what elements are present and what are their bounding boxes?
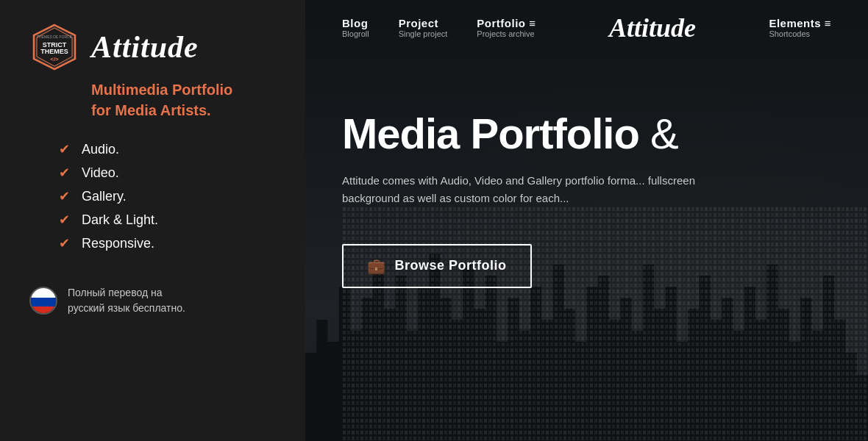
feature-label: Gallery.: [82, 189, 127, 204]
feature-label: Audio.: [82, 142, 119, 157]
browse-portfolio-label: Browse Portfolio: [395, 258, 507, 273]
russian-flag: [29, 287, 57, 315]
feature-responsive: ✔ Responsive.: [59, 235, 276, 251]
check-icon: ✔: [59, 165, 70, 181]
nav-blog-label[interactable]: Blog: [342, 17, 369, 29]
nav-blog-sub: Blogroll: [342, 29, 369, 38]
main-description: Attitude comes with Audio, Video and Gal…: [342, 172, 710, 207]
left-panel: THEMES DE FORCE STRICT THEMES </> Attitu…: [0, 0, 305, 441]
svg-text:THEMES DE FORCE: THEMES DE FORCE: [37, 35, 73, 39]
feature-label: Video.: [82, 165, 119, 181]
main-heading: Media Portfolio &: [342, 110, 846, 157]
russian-section: Полный перевод нарусский язык бесплатно.: [29, 285, 276, 316]
nav-project-sub: Single project: [399, 29, 448, 38]
russian-text: Полный перевод нарусский язык бесплатно.: [68, 285, 185, 316]
svg-rect-8: [31, 306, 57, 315]
feature-video: ✔ Video.: [59, 165, 276, 181]
features-list: ✔ Audio. ✔ Video. ✔ Gallery. ✔ Dark & Li…: [59, 141, 276, 259]
logo-area: THEMES DE FORCE STRICT THEMES </> Attitu…: [29, 22, 276, 72]
feature-label: Dark & Light.: [82, 212, 158, 228]
feature-audio: ✔ Audio.: [59, 141, 276, 157]
svg-text:</>: </>: [50, 56, 59, 62]
heading-text: Media Portfolio: [342, 110, 639, 157]
right-panel: Blog Blogroll Project Single project Por…: [305, 0, 868, 441]
check-icon: ✔: [59, 188, 70, 204]
check-icon: ✔: [59, 235, 70, 251]
svg-text:THEMES: THEMES: [40, 48, 68, 55]
top-navigation: Blog Blogroll Project Single project Por…: [305, 0, 868, 55]
nav-blog[interactable]: Blog Blogroll: [342, 17, 369, 38]
nav-elements-sub: Shortcodes: [769, 29, 831, 38]
briefcase-icon: 💼: [367, 257, 386, 275]
nav-elements[interactable]: Elements ≡ Shortcodes: [769, 17, 831, 38]
nav-items-left: Blog Blogroll Project Single project Por…: [342, 17, 536, 38]
nav-project[interactable]: Project Single project: [399, 17, 448, 38]
nav-elements-label[interactable]: Elements ≡: [769, 17, 831, 29]
feature-gallery: ✔ Gallery.: [59, 188, 276, 204]
ampersand: &: [650, 110, 678, 157]
right-logo[interactable]: Attitude: [609, 12, 696, 43]
svg-rect-7: [31, 298, 57, 306]
nav-logo-center: Attitude: [536, 12, 769, 43]
feature-dark-light: ✔ Dark & Light.: [59, 212, 276, 228]
nav-portfolio[interactable]: Portfolio ≡ Projects archive: [477, 17, 536, 38]
check-icon: ✔: [59, 212, 70, 228]
left-logo: Attitude: [91, 29, 199, 65]
nav-items-right: Elements ≡ Shortcodes: [769, 17, 831, 38]
nav-portfolio-label[interactable]: Portfolio ≡: [477, 17, 536, 29]
check-icon: ✔: [59, 141, 70, 157]
browse-portfolio-button[interactable]: 💼 Browse Portfolio: [342, 244, 532, 288]
right-main-content: Media Portfolio & Attitude comes with Au…: [342, 110, 846, 288]
strict-themes-badge: THEMES DE FORCE STRICT THEMES </>: [29, 22, 79, 72]
nav-portfolio-sub: Projects archive: [477, 29, 536, 38]
tagline: Multimedia Portfoliofor Media Artists.: [91, 79, 276, 121]
nav-project-label[interactable]: Project: [399, 17, 448, 29]
svg-rect-6: [31, 288, 57, 298]
feature-label: Responsive.: [82, 236, 154, 251]
